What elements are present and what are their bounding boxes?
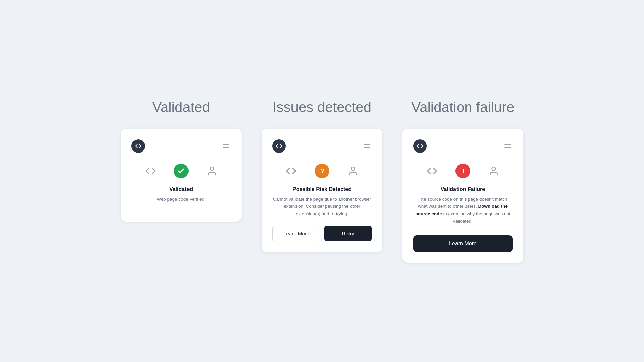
flow-dash-issues-2 [333,171,341,171]
logo-icon-failure [413,139,427,153]
exclamation-icon: ! [459,167,467,175]
card-content-validated: Validated Web page code verified. [131,186,231,203]
cards-section: Validated [27,99,617,263]
card-description-issues: Cannot validate the page due to another … [272,196,372,218]
code-icon-validated [135,143,142,149]
flow-code-icon-issues [284,164,299,178]
status-icon-failure: ! [455,164,470,178]
card-flow-issues: ? [272,164,372,178]
svg-point-0 [210,167,214,171]
flow-dash-2 [193,171,201,171]
flow-dash-issues-1 [303,171,311,171]
flow-dash-failure-1 [443,171,451,171]
column-issues: Issues detected [262,99,382,252]
menu-icon-issues[interactable] [362,143,372,149]
menu-icon-failure[interactable] [503,143,513,149]
question-mark-icon: ? [318,167,326,175]
code-icon-failure [417,143,423,149]
card-title-failure: Validation Failure [413,186,513,192]
card-header-validated [131,139,231,153]
description-text-2: to examine why the page was not validate… [442,211,511,224]
svg-point-4 [492,167,496,171]
column-title-validated: Validated [152,99,210,115]
person-icon-validated [205,164,219,178]
card-content-issues: Possible Risk Detected Cannot validate t… [272,186,372,241]
flow-code-icon-failure [425,164,439,178]
learn-more-failure-button[interactable]: Learn More [413,235,513,252]
card-flow-validated [131,164,231,178]
card-content-failure: Validation Failure The source code on th… [413,186,513,252]
column-validated: Validated [121,99,241,222]
retry-issues-button[interactable]: Retry [324,226,372,241]
flow-dash-failure-2 [474,171,482,171]
menu-icon-validated[interactable] [221,143,231,149]
flow-code-icon [143,164,158,178]
svg-point-2 [351,167,355,171]
svg-text:?: ? [321,168,324,174]
card-title-issues: Possible Risk Detected [272,186,372,192]
main-container: Validated [0,79,644,283]
learn-more-issues-button[interactable]: Learn More [272,226,320,241]
card-description-validated: Web page code verified. [131,196,231,203]
status-icon-issues: ? [315,164,329,178]
logo-icon-validated [131,139,145,153]
card-title-validated: Validated [131,186,231,192]
column-title-failure: Validation failure [411,99,514,115]
card-description-failure: The source code on this page doesn't mat… [413,196,513,225]
person-icon-failure [486,164,501,178]
card-flow-failure: ! [413,164,513,178]
status-icon-validated [174,164,189,178]
card-issues: ? Possible Risk Detected Cannot validate… [262,129,382,252]
logo-icon-issues [272,139,286,153]
card-validated: Validated Web page code verified. [121,129,241,222]
card-failure: ! Validation Failure The source code [402,129,523,263]
code-icon-issues [276,143,282,149]
svg-text:!: ! [462,168,464,174]
person-icon-issues [345,164,360,178]
card-buttons-failure: Learn More [413,233,513,252]
card-header-failure [413,139,513,153]
flow-dash-1 [162,171,170,171]
column-title-issues: Issues detected [273,99,371,115]
column-failure: Validation failure [402,99,523,263]
card-header-issues [272,139,372,153]
card-buttons-issues: Learn More Retry [272,226,372,241]
